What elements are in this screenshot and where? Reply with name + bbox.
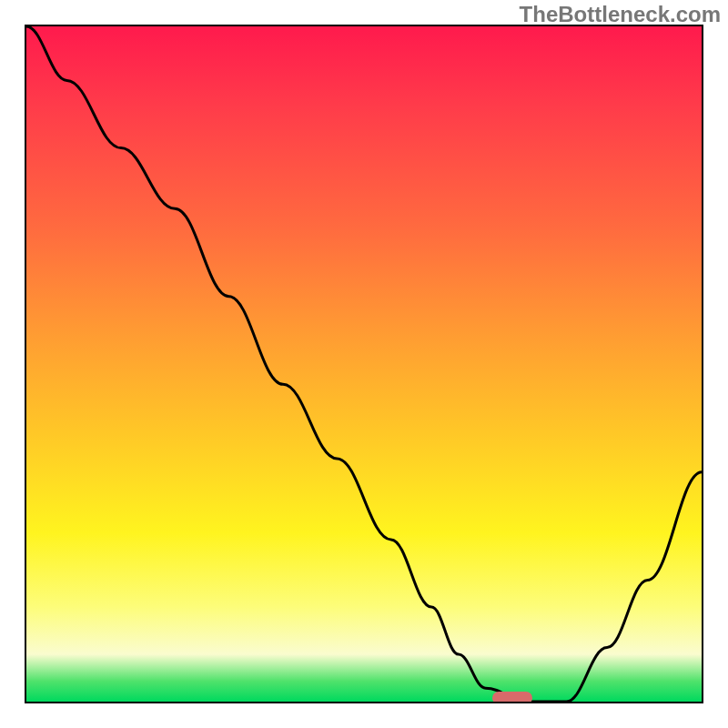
watermark-text: TheBottleneck.com (520, 2, 721, 27)
plot-area (25, 25, 703, 703)
curve-layer (26, 26, 702, 702)
bottleneck-curve-path (26, 26, 702, 702)
optimal-marker (492, 692, 532, 703)
chart-container: TheBottleneck.com (0, 0, 728, 728)
